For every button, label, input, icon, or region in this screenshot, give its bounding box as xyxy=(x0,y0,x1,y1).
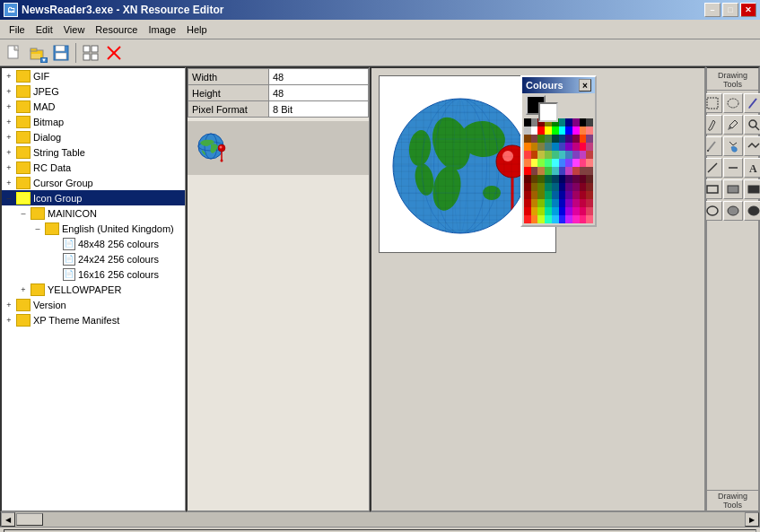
colour-cell[interactable] xyxy=(531,118,538,126)
tree-item-rcdata[interactable]: + RC Data xyxy=(2,160,185,175)
colour-cell[interactable] xyxy=(537,143,545,151)
menu-file[interactable]: File xyxy=(4,22,31,37)
tree-panel[interactable]: + GIF + JPEG + MAD + Bitmap + Dialog xyxy=(0,66,186,512)
dt-ellipse-filled[interactable] xyxy=(744,201,761,221)
background-colour-swatch[interactable] xyxy=(538,102,558,122)
colour-cell[interactable] xyxy=(552,135,559,143)
colour-cell[interactable] xyxy=(537,151,545,159)
dt-magnify[interactable] xyxy=(744,115,761,135)
dt-dash-line[interactable] xyxy=(723,158,743,178)
toolbar-btn-4[interactable] xyxy=(80,42,101,64)
colour-cell[interactable] xyxy=(580,143,587,151)
colour-cell[interactable] xyxy=(545,167,552,175)
menu-view[interactable]: View xyxy=(58,22,91,37)
colour-cell[interactable] xyxy=(559,183,566,191)
toolbar-btn-5[interactable] xyxy=(103,42,125,64)
colour-cell[interactable] xyxy=(565,191,572,199)
tree-item-dialog[interactable]: + Dialog xyxy=(2,129,185,144)
tree-item-mad[interactable]: + MAD xyxy=(2,99,185,114)
colour-cell[interactable] xyxy=(580,167,587,175)
colour-cell[interactable] xyxy=(580,151,587,159)
colour-cell[interactable] xyxy=(565,118,572,126)
expand-yellowpaper[interactable]: + xyxy=(16,283,31,297)
tree-item-xptheme[interactable]: + XP Theme Manifest xyxy=(2,312,185,327)
colour-cell[interactable] xyxy=(580,199,587,207)
colour-cell[interactable] xyxy=(531,151,538,159)
colour-cell[interactable] xyxy=(537,207,545,215)
colour-cell[interactable] xyxy=(580,215,587,223)
colour-cell[interactable] xyxy=(559,191,566,199)
colour-cell[interactable] xyxy=(531,143,538,151)
scroll-left-button[interactable]: ◀ xyxy=(1,512,15,527)
colour-cell[interactable] xyxy=(524,207,531,215)
colour-cell[interactable] xyxy=(559,199,566,207)
colour-cell[interactable] xyxy=(545,207,552,215)
colour-cell[interactable] xyxy=(524,183,531,191)
colour-cell[interactable] xyxy=(552,215,559,223)
colour-cell[interactable] xyxy=(565,215,572,223)
expand-icongroup[interactable]: – xyxy=(2,191,16,205)
colour-cell[interactable] xyxy=(552,143,559,151)
colour-cell[interactable] xyxy=(531,191,538,199)
colour-cell[interactable] xyxy=(580,135,587,143)
colour-cell[interactable] xyxy=(545,183,552,191)
expand-version[interactable]: + xyxy=(2,298,16,312)
expand-bitmap[interactable]: + xyxy=(2,115,16,129)
colour-cell[interactable] xyxy=(559,175,566,183)
colour-cell[interactable] xyxy=(565,167,572,175)
dt-rect-gray[interactable] xyxy=(723,179,743,199)
colour-cell[interactable] xyxy=(565,159,572,167)
menu-edit[interactable]: Edit xyxy=(31,22,58,37)
colour-cell[interactable] xyxy=(565,175,572,183)
tree-item-gif[interactable]: + GIF xyxy=(2,68,185,83)
colour-cell[interactable] xyxy=(552,199,559,207)
colour-cell[interactable] xyxy=(545,199,552,207)
colour-cell[interactable] xyxy=(565,143,572,151)
scroll-thumb[interactable] xyxy=(16,513,43,526)
colour-cell[interactable] xyxy=(580,207,587,215)
tree-item-24x24[interactable]: 📄 24x24 256 colours xyxy=(2,251,185,266)
colour-cell[interactable] xyxy=(545,191,552,199)
colour-cell[interactable] xyxy=(524,143,531,151)
colour-cell[interactable] xyxy=(586,126,593,135)
expand-stringtable[interactable]: + xyxy=(2,145,16,160)
colour-cell[interactable] xyxy=(524,151,531,159)
colour-cell[interactable] xyxy=(565,151,572,159)
colour-cell[interactable] xyxy=(586,143,593,151)
menu-resource[interactable]: Resource xyxy=(90,22,143,37)
dt-text[interactable]: A xyxy=(744,158,761,178)
expand-dialog[interactable]: + xyxy=(2,130,16,144)
colour-cell[interactable] xyxy=(524,118,531,126)
colour-cell[interactable] xyxy=(586,183,593,191)
colour-cell[interactable] xyxy=(545,135,552,143)
dt-rect-filled[interactable] xyxy=(744,179,761,199)
expand-mainicon[interactable]: – xyxy=(16,206,31,221)
colour-cell[interactable] xyxy=(524,135,531,143)
expand-gif[interactable]: + xyxy=(2,69,16,83)
colour-cell[interactable] xyxy=(552,191,559,199)
colour-cell[interactable] xyxy=(552,183,559,191)
colour-cell[interactable] xyxy=(524,175,531,183)
colour-cell[interactable] xyxy=(524,199,531,207)
colour-cell[interactable] xyxy=(559,126,566,135)
icon-list-area[interactable] xyxy=(188,121,369,175)
colour-cell[interactable] xyxy=(545,151,552,159)
tree-item-jpeg[interactable]: + JPEG xyxy=(2,83,185,99)
colour-cell[interactable] xyxy=(552,151,559,159)
colour-cell[interactable] xyxy=(524,126,531,135)
colour-cell[interactable] xyxy=(586,151,593,159)
colour-cell[interactable] xyxy=(552,207,559,215)
dt-pencil[interactable] xyxy=(744,93,761,113)
colour-cell[interactable] xyxy=(537,126,545,135)
tree-item-icongroup[interactable]: – Icon Group xyxy=(2,190,185,205)
colour-cell[interactable] xyxy=(552,175,559,183)
colour-cell[interactable] xyxy=(531,159,538,167)
colour-cell[interactable] xyxy=(580,183,587,191)
colour-cell[interactable] xyxy=(559,151,566,159)
colour-cell[interactable] xyxy=(565,199,572,207)
colour-cell[interactable] xyxy=(572,126,580,135)
colour-cell[interactable] xyxy=(565,207,572,215)
colour-cell[interactable] xyxy=(572,118,580,126)
colour-cell[interactable] xyxy=(552,159,559,167)
colour-cell[interactable] xyxy=(552,167,559,175)
